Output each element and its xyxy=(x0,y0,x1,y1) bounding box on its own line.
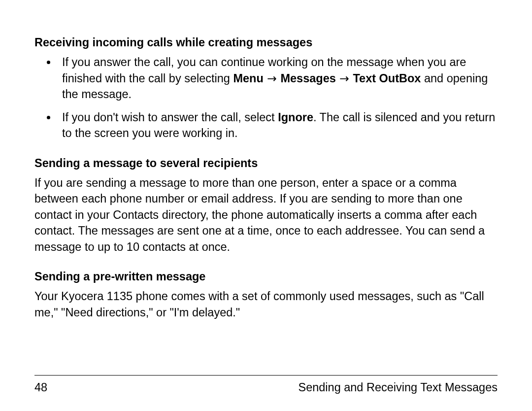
bullet-list-1: If you answer the call, you can continue… xyxy=(34,54,498,141)
page-content: Receiving incoming calls while creating … xyxy=(34,34,498,320)
footer-title: Sending and Receiving Text Messages xyxy=(298,381,498,394)
page-footer: 48 Sending and Receiving Text Messages xyxy=(34,381,498,394)
paragraph: Your Kyocera 1135 phone comes with a set… xyxy=(34,288,498,320)
manual-page: Receiving incoming calls while creating … xyxy=(0,0,532,411)
list-item: If you don't wish to answer the call, se… xyxy=(57,109,498,141)
arrow-icon: → xyxy=(336,71,353,85)
ignore-label: Ignore xyxy=(278,111,313,124)
arrow-icon: → xyxy=(264,71,281,85)
paragraph: If you are sending a message to more tha… xyxy=(34,175,498,255)
list-item: If you answer the call, you can continue… xyxy=(57,54,498,102)
heading-receiving-calls: Receiving incoming calls while creating … xyxy=(34,34,498,50)
heading-prewritten: Sending a pre-written message xyxy=(34,269,498,284)
footer-rule xyxy=(34,375,498,376)
heading-several-recipients: Sending a message to several recipients xyxy=(34,155,498,171)
menu-path-menu: Menu xyxy=(233,72,263,85)
menu-path-outbox: Text OutBox xyxy=(353,72,421,85)
body-text: If you don't wish to answer the call, se… xyxy=(62,111,278,124)
page-number: 48 xyxy=(34,381,47,394)
menu-path-messages: Messages xyxy=(280,72,335,85)
